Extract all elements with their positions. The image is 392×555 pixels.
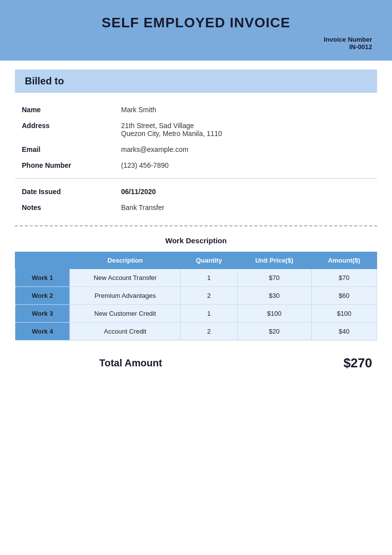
address-line1: 21th Street, Sad Village	[121, 122, 194, 130]
phone-row: Phone Number (123) 456-7890	[15, 157, 377, 173]
address-label: Address	[15, 118, 114, 141]
email-row: Email marks@example.com	[15, 141, 377, 157]
work-amount: $60	[311, 287, 377, 305]
billed-to-header: Billed to	[15, 69, 377, 93]
notes-value: Bank Transfer	[114, 200, 377, 215]
work-unit-price: $100	[237, 305, 311, 323]
info-divider	[15, 178, 377, 179]
work-label: Work 1	[15, 269, 70, 287]
table-row: Work 3 New Customer Credit 1 $100 $100	[15, 305, 377, 323]
work-description: New Account Transfer	[70, 269, 181, 287]
address-line2: Quezon City, Metro Manila, 1110	[121, 130, 222, 138]
col-quantity-header: Quantity	[181, 252, 237, 269]
work-amount: $100	[311, 305, 377, 323]
billed-to-table: Name Mark Smith Address 21th Street, Sad…	[15, 102, 377, 173]
work-quantity: 2	[181, 323, 237, 341]
date-value: 06/11/2020	[114, 184, 377, 200]
header-spacer	[0, 61, 392, 69]
email-value: marks@example.com	[114, 141, 377, 157]
date-notes-table: Date Issued 06/11/2020 Notes Bank Transf…	[15, 184, 377, 215]
table-row: Work 2 Premium Advantages 2 $30 $60	[15, 287, 377, 305]
total-label: Total Amount	[99, 357, 162, 369]
total-value: $270	[343, 355, 372, 371]
notes-row: Notes Bank Transfer	[15, 200, 377, 215]
name-value: Mark Smith	[114, 102, 377, 118]
col-amount-header: Amount($)	[311, 252, 377, 269]
table-header-row: Description Quantity Unit Price($) Amoun…	[15, 252, 377, 269]
work-table: Description Quantity Unit Price($) Amoun…	[15, 252, 377, 341]
section-divider	[15, 225, 377, 226]
phone-label: Phone Number	[15, 157, 114, 173]
invoice-title: SELF EMPLOYED INVOICE	[20, 15, 372, 31]
work-desc-title: Work Description	[15, 236, 377, 245]
date-label: Date Issued	[15, 184, 114, 200]
work-label: Work 4	[15, 323, 70, 341]
work-unit-price: $20	[237, 323, 311, 341]
table-row: Work 1 New Account Transfer 1 $70 $70	[15, 269, 377, 287]
address-value: 21th Street, Sad Village Quezon City, Me…	[114, 118, 377, 141]
work-amount: $40	[311, 323, 377, 341]
work-description: New Customer Credit	[70, 305, 181, 323]
work-label: Work 3	[15, 305, 70, 323]
work-amount: $70	[311, 269, 377, 287]
work-unit-price: $30	[237, 287, 311, 305]
work-description: Premium Advantages	[70, 287, 181, 305]
work-quantity: 1	[181, 269, 237, 287]
total-row: Total Amount $270	[0, 346, 392, 381]
work-label: Work 2	[15, 287, 70, 305]
work-quantity: 2	[181, 287, 237, 305]
invoice-number-block: Invoice Number IN-0012	[20, 36, 372, 51]
name-row: Name Mark Smith	[15, 102, 377, 118]
name-label: Name	[15, 102, 114, 118]
col-description-header: Description	[70, 252, 181, 269]
address-row: Address 21th Street, Sad Village Quezon …	[15, 118, 377, 141]
table-row: Work 4 Account Credit 2 $20 $40	[15, 323, 377, 341]
invoice-number-label: Invoice Number	[20, 36, 372, 43]
work-unit-price: $70	[237, 269, 311, 287]
invoice-number-value: IN-0012	[20, 43, 372, 51]
date-row: Date Issued 06/11/2020	[15, 184, 377, 200]
work-description: Account Credit	[70, 323, 181, 341]
invoice-header: SELF EMPLOYED INVOICE Invoice Number IN-…	[0, 0, 392, 61]
work-quantity: 1	[181, 305, 237, 323]
billed-to-section: Billed to Name Mark Smith Address 21th S…	[0, 69, 392, 215]
col-empty	[15, 252, 70, 269]
phone-value: (123) 456-7890	[114, 157, 377, 173]
work-description-section: Work Description Description Quantity Un…	[0, 236, 392, 341]
col-unit-price-header: Unit Price($)	[237, 252, 311, 269]
page: SELF EMPLOYED INVOICE Invoice Number IN-…	[0, 0, 392, 555]
email-label: Email	[15, 141, 114, 157]
notes-label: Notes	[15, 200, 114, 215]
